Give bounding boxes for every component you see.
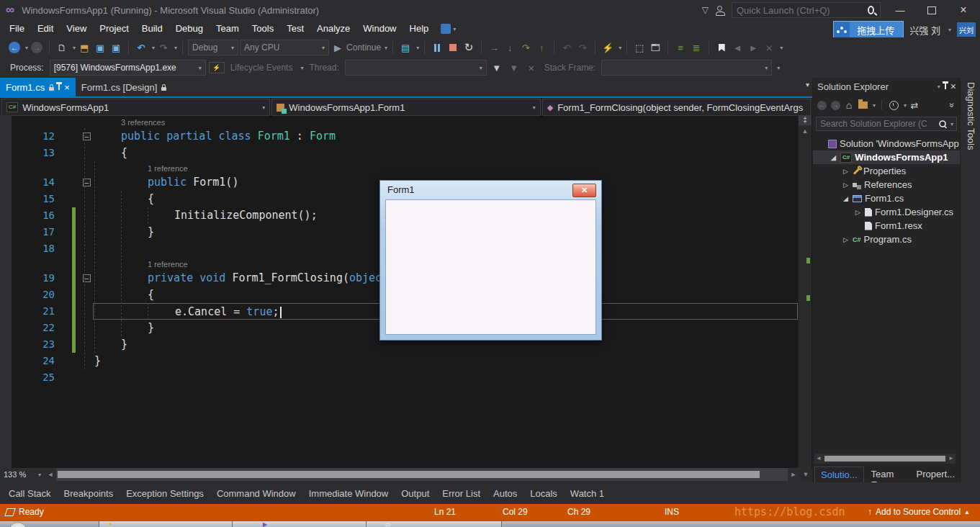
restore-button[interactable] [920,1,944,19]
scroll-left-icon[interactable]: ◄ [45,469,56,480]
restart-icon[interactable]: ↻ [462,40,476,55]
scroll-up-icon[interactable]: ▲ [799,125,812,137]
process-combo[interactable]: [9576] WindowsFormsApp1.exe▾ [50,60,206,76]
show-threads-icon[interactable]: ⚡ [601,40,615,55]
navigate-back-icon[interactable]: ← [7,40,22,55]
hscroll-thumb[interactable] [58,471,760,478]
save-all-icon[interactable]: ▣̇ [109,40,123,55]
paste-frame-icon[interactable]: 🗔 [648,40,662,55]
threads-dropdown-icon[interactable]: ▾ [619,45,621,51]
menu-item-file[interactable]: File [3,20,31,37]
panel-tab-autos[interactable]: Autos [487,488,523,499]
bookmark-clear-icon[interactable]: ⨯ [762,40,776,55]
project-dropdown[interactable]: C# WindowsFormsApp1 ▾ [1,99,270,116]
flag-threads-icon[interactable]: ▼ [507,60,521,75]
home-icon[interactable]: ⌂ [843,99,855,112]
diagnostic-tools-label[interactable]: Diagnostic Tools [966,82,976,150]
minimize-button[interactable]: — [888,1,912,19]
continue-dropdown-icon[interactable]: ▾ [385,45,387,51]
editor-horizontal-scrollbar[interactable] [56,468,788,481]
menu-item-debug[interactable]: Debug [169,20,210,37]
bookmark-icon[interactable] [714,40,729,55]
user-name[interactable]: 兴强 刘 [909,23,940,37]
new-file-dropdown-icon[interactable]: ▾ [73,45,76,51]
undo-dropdown-icon[interactable]: ▾ [152,45,155,51]
panel-tab-error-list[interactable]: Error List [436,488,486,499]
panel-close-icon[interactable]: × [950,81,956,92]
menu-item-team[interactable]: Team [210,20,246,37]
switch-views-dropdown-icon[interactable]: ▾ [873,102,876,109]
stop-icon[interactable] [446,40,460,55]
editor-splitter-handle[interactable]: ‡ [799,115,812,125]
menu-item-project[interactable]: Project [93,20,135,37]
panel-tab-locals[interactable]: Locals [524,488,563,499]
add-to-source-control[interactable]: ↑ Add to Source Control ▲ [868,507,970,517]
menu-item-test[interactable]: Test [280,20,310,37]
undo-icon[interactable]: ↶ [134,40,148,55]
se-scroll-right-icon[interactable]: ► [947,453,956,464]
tree-item-program-cs[interactable]: ▷C#Program.cs [813,233,961,246]
sign-in-person-icon[interactable] [716,6,724,14]
select-frame-icon[interactable]: ⬚ [632,40,647,55]
diagnostic-tools-strip[interactable]: Diagnostic Tools [960,78,980,484]
tree-item-properties[interactable]: ▷Properties [813,164,961,178]
step-out-icon[interactable]: ↑ [534,40,549,55]
breakpoint-window-icon[interactable]: ▤ [398,40,413,55]
step-over-icon[interactable]: ↷ [518,40,533,55]
user-dropdown-icon[interactable]: ▾ [948,27,951,33]
se-back-icon[interactable]: ← [816,99,827,112]
type-dropdown[interactable]: WindowsFormsApp1.Form1 ▾ [271,99,540,116]
toolbar-overflow-icon[interactable]: ▾ [780,45,783,51]
show-next-statement-icon[interactable]: → [487,40,501,55]
tree-item-form1-resx[interactable]: Form1.resx [813,219,961,233]
stack-frame-combo[interactable]: ▾ [601,60,772,76]
redo-nav-icon[interactable]: ↷ [575,40,590,55]
doc-tab-form1-cs[interactable]: Form1.cs× [0,78,76,96]
bookmark-prev-icon[interactable]: ◄ [730,40,745,55]
filter-threads-icon[interactable]: ▼ [490,60,504,75]
close-button[interactable]: × [951,1,976,19]
indent-decrease-icon[interactable]: ≡ [673,40,688,55]
panel-tab-breakpoints[interactable]: Breakpoints [58,488,120,499]
breakpoint-dropdown-icon[interactable]: ▾ [416,45,419,51]
navigate-back-dropdown-icon[interactable]: ▾ [25,45,28,51]
form1-close-button[interactable]: ✕ [572,184,596,197]
expander-icon[interactable]: ◢ [830,154,837,161]
se-tab-propert[interactable]: Propert... [911,467,961,482]
solution-explorer-header[interactable]: Solution Explorer ▾ × [813,78,961,95]
se-tab-solutio[interactable]: Solutio... [814,467,864,482]
editor-vertical-scrollbar[interactable]: ‡ ▲ [798,115,812,468]
pin-icon[interactable] [945,84,946,89]
panel-tab-watch-1[interactable]: Watch 1 [565,488,610,499]
taskbar-button[interactable] [99,521,233,527]
expander-icon[interactable]: ◢ [842,195,850,202]
se-search-dropdown-icon[interactable]: ▾ [950,121,953,127]
pause-icon[interactable] [430,40,444,55]
scroll-down-icon[interactable]: ▼ [799,469,812,480]
solution-configurations-combo[interactable]: Debug▾ [188,40,238,55]
se-hscroll-thumb[interactable] [824,456,945,461]
scroll-right-icon[interactable]: ► [788,469,799,480]
navigate-forward-icon[interactable]: → [30,40,44,55]
tab-close-icon[interactable]: × [64,82,70,93]
menu-item-build[interactable]: Build [135,20,169,37]
code-text[interactable]: { [93,145,798,161]
form1-window[interactable]: Form1 ✕ [379,180,602,341]
tree-item-solution-windowsformsapp[interactable]: Solution 'WindowsFormsApp [813,137,961,150]
code-text[interactable]: 3 references [93,115,798,128]
source-control-expand-icon[interactable]: ▲ [964,509,970,515]
se-overflow-icon[interactable]: » [945,99,958,111]
menu-item-view[interactable]: View [60,20,93,37]
code-text[interactable]: public partial class Form1 : Form [93,128,798,145]
start-orb-icon[interactable] [9,522,27,527]
tree-item-windowsformsapp1[interactable]: ◢C#WindowsFormsApp1 [813,150,961,164]
expander-icon[interactable]: ▷ [842,236,850,243]
quick-launch-input[interactable] [732,5,868,16]
filter-dropdown-icon[interactable]: ▾ [904,102,907,109]
pin-icon[interactable] [58,84,60,90]
solution-explorer-search[interactable]: ▾ [816,117,957,131]
thread-combo[interactable]: ▾ [345,60,487,76]
indent-increase-icon[interactable]: ≣ [689,40,703,55]
codelens-references[interactable]: 1 reference [148,164,188,173]
document-list-dropdown-icon[interactable]: ▾ [806,81,809,89]
